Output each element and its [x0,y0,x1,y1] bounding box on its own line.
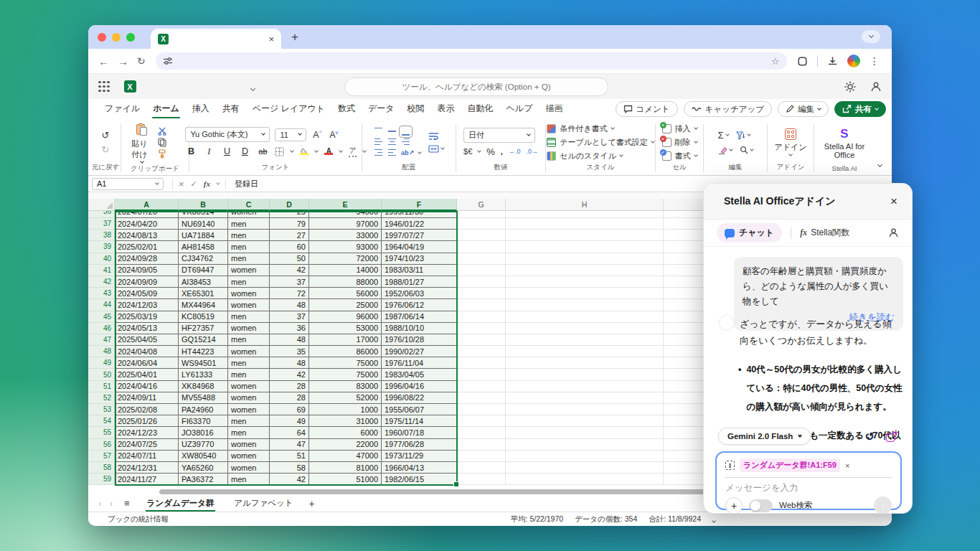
double-underline-button[interactable]: D [239,146,250,156]
cell[interactable]: 93000 [309,241,382,253]
align-left-icon[interactable] [374,138,383,146]
cell-empty[interactable] [506,211,664,218]
stella-ai-button[interactable]: S Stella AI forOffice [824,123,864,163]
cell[interactable]: women [228,462,270,474]
cell[interactable]: 25000 [309,299,382,311]
cell-empty[interactable] [506,415,664,427]
next-sheet-icon[interactable]: › [110,499,113,509]
cell-empty[interactable] [457,334,506,346]
cell[interactable]: 42 [270,265,309,276]
font-color-chevron-icon[interactable] [339,149,344,153]
cell[interactable]: 48 [270,299,309,311]
cell-empty[interactable] [506,334,664,346]
cell-empty[interactable] [506,323,664,334]
row-header-41[interactable]: 41 [88,265,115,276]
decrease-decimal-button[interactable]: .0→ [526,148,538,155]
cell[interactable]: 79 [270,218,309,230]
cell[interactable]: 2024/04/20 [115,218,179,230]
cell[interactable]: 58 [270,462,309,474]
cell[interactable]: 2025/03/19 [115,311,179,323]
cell[interactable]: XK84968 [179,381,228,392]
status-stat[interactable]: 合計: 11/8/9924 [649,514,701,524]
paste-button[interactable]: 貼り付け [131,123,152,163]
cell[interactable]: 1976/10/28 [382,334,457,346]
cell[interactable]: 1988/01/27 [382,276,457,288]
cell[interactable]: 2025/02/08 [115,404,179,415]
font-name-select[interactable]: Yu Gothic (本文) [185,127,270,142]
status-stats-chevron-icon[interactable] [712,515,715,524]
row-header-45[interactable]: 45 [88,311,115,323]
cell-empty[interactable] [457,299,506,311]
cell[interactable]: 2025/01/26 [115,415,179,427]
row-header-49[interactable]: 49 [88,357,115,369]
cell-empty[interactable] [506,369,664,380]
cell-empty[interactable] [457,369,506,380]
cell-styles-button[interactable]: セルのスタイル [547,151,654,161]
send-button[interactable]: ↑ [874,496,892,514]
cell[interactable]: 64 [270,427,309,438]
new-chat-icon[interactable]: + [886,430,897,442]
cell[interactable]: 1982/06/15 [382,474,457,485]
browser-tab[interactable]: X × [151,29,281,49]
history-icon[interactable]: ↺ [865,430,875,443]
back-icon[interactable]: ← [98,55,109,67]
comma-style-button[interactable]: , [501,147,503,156]
cell[interactable]: 56000 [309,288,382,299]
model-select[interactable]: Gemini 2.0 Flash [718,428,811,445]
cell[interactable]: 2024/05/09 [115,288,179,299]
undo-button[interactable]: ↺ [102,130,110,141]
cell[interactable]: 52000 [309,392,382,404]
account-icon[interactable] [870,81,882,93]
cell[interactable]: 69 [270,404,309,415]
cell[interactable]: VK80514 [179,211,228,218]
cell[interactable]: 2025/02/01 [115,241,179,253]
phonetic-guide-button[interactable]: ア [349,146,356,157]
cell-empty[interactable] [457,474,506,485]
cell[interactable]: 36 [270,323,309,334]
cell-empty[interactable] [457,211,506,218]
column-header-H[interactable]: H [506,199,664,211]
cell[interactable]: FI63370 [179,415,228,427]
format-cells-button[interactable]: ✓ 書式 [662,151,697,161]
cell[interactable]: 60 [270,241,309,253]
fill-color-button[interactable] [300,148,308,155]
format-painter-icon[interactable] [158,149,166,159]
cell[interactable]: 2024/09/11 [115,392,179,404]
share-button[interactable]: 共有 [834,101,886,117]
cell[interactable]: 48 [270,357,309,369]
increase-decimal-button[interactable]: ←.0 [509,148,521,155]
cell[interactable]: men [228,276,270,288]
cell[interactable]: 6000 [309,427,382,438]
cell-empty[interactable] [457,451,506,462]
cell[interactable]: women [228,288,270,299]
cell[interactable]: women [228,381,270,392]
cell[interactable]: 47 [270,439,309,451]
cell[interactable]: 94000 [309,211,382,218]
cell-empty[interactable] [457,253,506,265]
currency-chevron-icon[interactable] [477,149,481,153]
ribbon-tab[interactable]: ヘルプ [500,98,540,120]
insert-cells-button[interactable]: + 挿入 [662,123,697,134]
row-header-37[interactable]: 37 [88,218,115,230]
cell[interactable]: 17000 [309,334,382,346]
font-color-button[interactable]: A [324,148,333,155]
chip-remove-icon[interactable]: × [845,461,849,470]
cell-empty[interactable] [457,404,506,415]
underline-button[interactable]: U [221,146,232,156]
cell[interactable]: men [228,474,270,485]
cell-empty[interactable] [457,427,506,438]
cell[interactable]: CJ34762 [179,253,228,265]
cell[interactable]: 1983/03/11 [382,265,457,276]
ribbon-tab[interactable]: 描画 [539,98,569,120]
bold-button[interactable]: B [185,146,197,156]
cell[interactable]: 2024/09/05 [115,265,179,276]
cell[interactable]: women [228,323,270,334]
editing-mode-button[interactable]: 編集 [778,101,829,117]
align-center-icon[interactable] [387,138,397,146]
cell[interactable]: 1999/11/30 [382,211,457,218]
cell[interactable]: 47000 [309,451,382,462]
status-stat[interactable]: 平均: 5/22/1970 [511,514,564,524]
message-input[interactable] [725,478,892,496]
cell[interactable]: women [228,299,270,311]
cell[interactable]: 28 [270,392,309,404]
